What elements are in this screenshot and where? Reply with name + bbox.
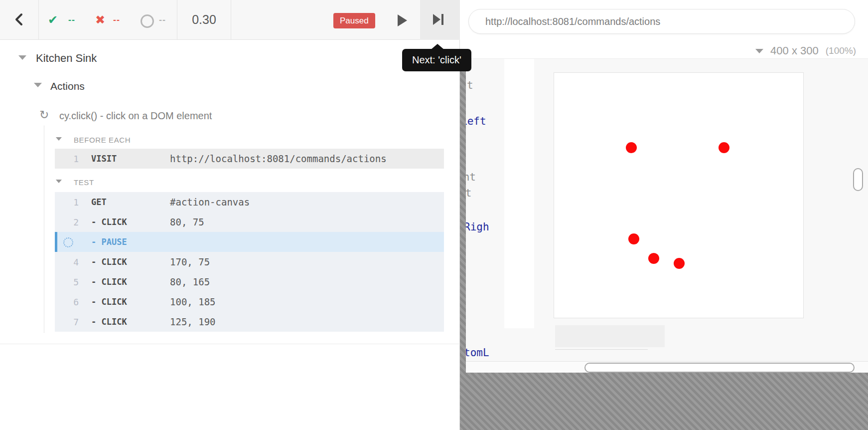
passed-check-icon: ✔ (48, 12, 58, 28)
toolbar-divider (231, 0, 231, 40)
test-indent-guide (44, 126, 44, 333)
page-section-divider (555, 349, 648, 350)
command-method: - PAUSE (91, 237, 127, 247)
play-icon (398, 14, 407, 26)
log-bottom-divider (0, 344, 460, 344)
click-dot (626, 142, 637, 153)
vertical-scrollbar-thumb[interactable] (853, 168, 863, 191)
reporter-toolbar: ✔ -- ✖ -- -- 0.30 Paused (0, 0, 460, 40)
click-dot (719, 142, 729, 153)
command-row[interactable]: 7- CLICK125, 190 (55, 312, 444, 332)
command-number: 5 (55, 277, 79, 287)
test-rows: 1GET#action-canvas2- CLICK80, 75- PAUSE4… (55, 192, 444, 332)
viewport-size: 400 x 300 (770, 44, 819, 57)
passed-count: -- (68, 15, 75, 25)
page-text-fragment: t (467, 79, 473, 92)
page-text-fragment[interactable]: Righ (466, 220, 489, 233)
collapse-icon-before-each[interactable] (56, 137, 62, 141)
command-number: 1 (55, 154, 79, 164)
command-method: GET (91, 197, 107, 207)
command-method: - CLICK (91, 297, 127, 307)
before-each-rows: 1VISIThttp://localhost:8081/commands/act… (55, 149, 444, 169)
section-test[interactable]: TEST (74, 178, 94, 187)
next-tooltip: Next: 'click' (402, 49, 471, 71)
command-number: 7 (55, 317, 79, 327)
tooltip-text: Next: 'click' (412, 54, 461, 65)
command-row[interactable]: - PAUSE (55, 232, 444, 252)
command-row[interactable]: 1VISIThttp://localhost:8081/commands/act… (55, 149, 444, 169)
step-forward-icon (433, 14, 443, 25)
command-row[interactable]: 2- CLICK80, 75 (55, 212, 444, 232)
command-row[interactable]: 6- CLICK100, 185 (55, 292, 444, 312)
url-text: http://localhost:8081/commands/actions (485, 9, 660, 33)
command-message: 80, 75 (170, 216, 204, 227)
page-text-fragment[interactable]: tomL (466, 346, 489, 359)
command-message: http://localhost:8081/commands/actions (170, 153, 387, 164)
command-row[interactable]: 5- CLICK80, 165 (55, 272, 444, 292)
runner-panel: http://localhost:8081/commands/actions 4… (460, 0, 868, 430)
command-method: VISIT (91, 154, 117, 164)
page-white-column (504, 59, 534, 328)
viewport-zoom: (100%) (826, 45, 856, 56)
collapse-icon-nested-suite[interactable] (34, 83, 42, 87)
toolbar-divider (38, 0, 39, 40)
aut-iframe: tLeftghthtRightomL (466, 59, 868, 373)
tooltip-arrow-icon (431, 44, 444, 49)
elapsed-time: 0.30 (177, 12, 231, 27)
suite-title[interactable]: Kitchen Sink (36, 52, 97, 65)
command-method: - CLICK (91, 217, 127, 227)
url-bar[interactable]: http://localhost:8081/commands/actions (468, 9, 855, 34)
command-number: 2 (55, 217, 79, 227)
page-text-fragment[interactable]: Left (466, 115, 486, 128)
click-dot (628, 233, 639, 244)
horizontal-scrollbar-thumb[interactable] (584, 363, 855, 373)
stage-background: tLeftghthtRightomL (460, 59, 868, 430)
section-before-each[interactable]: BEFORE EACH (74, 136, 131, 144)
command-row[interactable]: 1GET#action-canvas (55, 192, 444, 212)
failed-x-icon: ✖ (95, 12, 105, 28)
next-step-button[interactable] (420, 0, 460, 40)
reporter-panel: ✔ -- ✖ -- -- 0.30 Paused Kitchen Sink Ac… (0, 0, 460, 430)
page-section-block (555, 325, 665, 347)
action-canvas[interactable] (554, 72, 804, 318)
command-method: - CLICK (91, 257, 127, 267)
click-dot (648, 253, 659, 264)
resume-button[interactable] (395, 14, 410, 28)
test-running-icon: ↻ (39, 108, 49, 121)
collapse-icon-test[interactable] (56, 180, 62, 183)
nested-suite-title[interactable]: Actions (50, 80, 85, 92)
command-number: 6 (55, 297, 79, 307)
command-message: 170, 75 (170, 256, 210, 267)
test-title[interactable]: cy.click() - click on a DOM element (59, 110, 212, 122)
pending-circle-icon (141, 14, 154, 28)
viewport-info: 400 x 300 (100%) (755, 44, 856, 58)
command-number: 1 (55, 197, 79, 208)
failed-count: -- (113, 15, 120, 25)
command-message: 100, 185 (170, 296, 216, 307)
command-message: 80, 165 (170, 276, 210, 287)
viewport-dropdown-icon[interactable] (755, 49, 763, 53)
horizontal-scrollbar-track (466, 361, 868, 373)
page-text-fragment: ht (466, 187, 471, 200)
command-method: - CLICK (91, 317, 127, 327)
command-message: 125, 190 (170, 316, 216, 327)
click-dot (674, 258, 685, 269)
collapse-icon-suite[interactable] (18, 55, 26, 60)
chevron-left-icon (14, 13, 24, 26)
command-message: #action-canvas (170, 197, 250, 208)
paused-badge: Paused (333, 13, 375, 28)
command-number: 4 (55, 257, 79, 267)
runner-header: http://localhost:8081/commands/actions 4… (460, 0, 868, 59)
pause-spinner-icon (63, 237, 73, 247)
back-button[interactable] (7, 7, 31, 33)
command-method: - CLICK (91, 277, 127, 287)
page-text-fragment: ght (466, 171, 476, 184)
pending-count: -- (159, 15, 166, 25)
command-row[interactable]: 4- CLICK170, 75 (55, 252, 444, 272)
